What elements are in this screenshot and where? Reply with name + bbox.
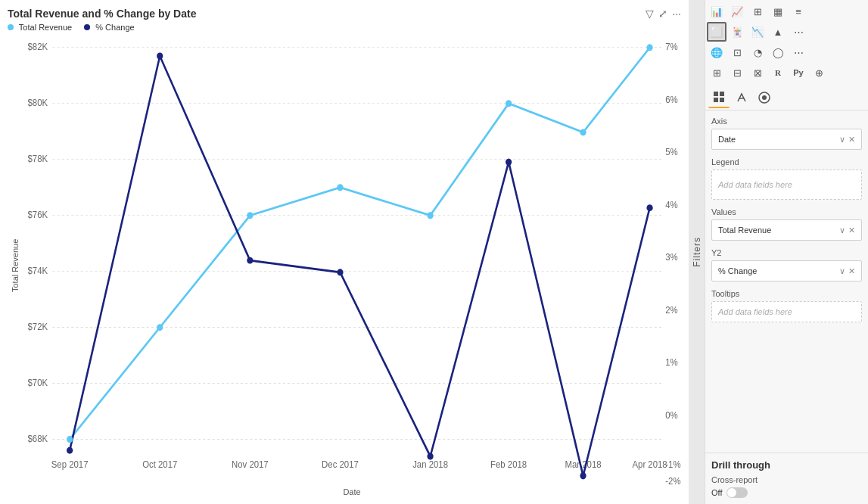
svg-text:$68K: $68K [28, 434, 48, 445]
svg-text:$72K: $72K [28, 322, 48, 333]
svg-text:-1%: -1% [665, 459, 681, 470]
right-panel: Filters 📊 📈 ⊞ ▦ ≡ ⬜ 🃏 📉 ▲ ⋯ 🌐 [689, 0, 868, 504]
chart-panel: Total Revenue and % Change by Date ▽ ⤢ ·… [0, 0, 689, 504]
svg-text:Dec 2017: Dec 2017 [322, 459, 359, 470]
svg-point-38 [427, 212, 433, 219]
svg-text:5%: 5% [665, 147, 678, 158]
values-expand-icon[interactable]: ∨ [839, 226, 845, 235]
filters-label: Filters [692, 237, 702, 267]
y2-expand-icon[interactable]: ∨ [839, 266, 845, 276]
axis-expand-icon[interactable]: ∨ [839, 135, 845, 145]
svg-text:Jan 2018: Jan 2018 [412, 459, 448, 470]
svg-text:$82K: $82K [28, 42, 48, 53]
svg-point-44 [247, 257, 253, 264]
axis-label: Axis [711, 117, 862, 126]
expand-icon[interactable]: ⤢ [658, 8, 667, 20]
viz-matrix-icon[interactable]: ⊞ [707, 63, 726, 82]
svg-rect-51 [720, 92, 724, 96]
viz-more2-icon[interactable]: ⋯ [789, 42, 808, 62]
svg-text:Apr 2018: Apr 2018 [632, 459, 667, 470]
cross-report-toggle[interactable] [726, 487, 748, 498]
y2-section: Y2 % Change ∨ ✕ [711, 248, 862, 282]
svg-point-49 [646, 204, 652, 211]
format-toolbar-btn[interactable] [731, 87, 752, 108]
viz-combo-icon[interactable]: ▲ [768, 22, 788, 42]
viz-card-icon[interactable]: 🃏 [727, 22, 747, 42]
axis-field-drop[interactable]: Date ∨ ✕ [711, 129, 862, 150]
toggle-off-label: Off [711, 488, 722, 497]
axis-remove-icon[interactable]: ✕ [848, 135, 855, 145]
analytics-toolbar-btn[interactable] [754, 87, 775, 108]
viz-table-icon[interactable]: ⊞ [748, 2, 767, 21]
svg-text:$80K: $80K [28, 98, 48, 109]
more-icon[interactable]: ··· [672, 8, 681, 20]
svg-text:-2%: -2% [665, 476, 681, 484]
x-axis-label: Date [23, 484, 681, 496]
svg-text:7%: 7% [665, 42, 678, 53]
viz-scatter-icon[interactable]: ⋯ [789, 22, 808, 42]
chart-inner: $82K $80K $78K $76K $74K $72K $70K $68K … [23, 35, 681, 496]
svg-text:3%: 3% [665, 252, 678, 263]
y2-field-drop[interactable]: % Change ∨ ✕ [711, 260, 862, 282]
svg-point-42 [67, 447, 73, 454]
svg-text:2%: 2% [665, 304, 678, 316]
legend-dot-change [84, 24, 90, 30]
tooltips-field-drop[interactable]: Add data fields here [711, 301, 862, 322]
filter-icon[interactable]: ▽ [646, 8, 654, 20]
svg-text:Oct 2017: Oct 2017 [142, 459, 177, 470]
chart-title: Total Revenue and % Change by Date [8, 8, 196, 20]
svg-text:4%: 4% [665, 199, 678, 210]
svg-text:1%: 1% [665, 357, 678, 369]
legend-field-drop[interactable]: Add data fields here [711, 170, 862, 200]
fields-panel: Axis Date ∨ ✕ Legend Add data fields her… [705, 110, 868, 453]
svg-point-40 [580, 129, 586, 135]
legend-dot-revenue [8, 24, 14, 30]
legend-item-revenue: Total Revenue [8, 23, 72, 32]
svg-point-39 [506, 100, 512, 107]
viz-waterfall-icon[interactable]: ⊠ [748, 63, 767, 82]
values-field-drop[interactable]: Total Revenue ∨ ✕ [711, 219, 862, 241]
viz-area-icon[interactable]: ≡ [789, 2, 808, 21]
values-remove-icon[interactable]: ✕ [848, 226, 855, 235]
viz-python-icon[interactable]: Py [789, 63, 808, 82]
chart-svg-container: $82K $80K $78K $76K $74K $72K $70K $68K … [23, 35, 681, 484]
panel-content: 📊 📈 ⊞ ▦ ≡ ⬜ 🃏 📉 ▲ ⋯ 🌐 ⊡ ◔ ◯ ⋯ [705, 0, 868, 504]
svg-point-43 [157, 53, 163, 60]
viz-line-icon[interactable]: 📉 [748, 22, 767, 42]
svg-rect-53 [720, 98, 724, 102]
svg-text:$76K: $76K [28, 210, 48, 221]
svg-point-37 [337, 184, 343, 191]
viz-bar-icon[interactable]: 📊 [707, 2, 726, 21]
viz-r-icon[interactable]: R [768, 63, 788, 82]
legend-section: Legend Add data fields here [711, 157, 862, 200]
svg-text:Feb 2018: Feb 2018 [490, 459, 527, 470]
svg-point-48 [580, 472, 586, 479]
chart-header: Total Revenue and % Change by Date ▽ ⤢ ·… [8, 8, 681, 20]
fields-toolbar-btn[interactable] [708, 87, 730, 108]
cross-report-label: Cross-report [711, 475, 862, 484]
viz-tree-icon[interactable]: ⊟ [727, 63, 747, 82]
svg-text:$70K: $70K [28, 378, 48, 389]
svg-point-41 [646, 44, 652, 51]
filters-tab[interactable]: Filters [689, 0, 705, 504]
toggle-row: Off [711, 487, 862, 498]
viz-column-icon[interactable]: 📈 [727, 2, 747, 21]
svg-point-35 [157, 324, 163, 331]
svg-text:Nov 2017: Nov 2017 [232, 459, 269, 470]
toolbar-section [705, 84, 868, 110]
svg-point-45 [337, 269, 343, 275]
viz-map-icon[interactable]: ⬜ [707, 22, 726, 42]
svg-point-34 [67, 436, 73, 443]
viz-gauge-icon[interactable]: 🌐 [707, 42, 726, 62]
viz-donut-icon[interactable]: ◯ [768, 42, 788, 62]
viz-pie-icon[interactable]: ◔ [748, 42, 767, 62]
y2-remove-icon[interactable]: ✕ [848, 266, 855, 276]
chart-svg: $82K $80K $78K $76K $74K $72K $70K $68K … [23, 35, 681, 484]
axis-drop-icons: ∨ ✕ [839, 135, 855, 145]
viz-bar2-icon[interactable]: ▦ [768, 2, 788, 21]
viz-custom-icon[interactable]: ⊕ [809, 63, 829, 82]
viz-funnel-icon[interactable]: ⊡ [727, 42, 747, 62]
svg-text:$78K: $78K [28, 154, 48, 165]
drill-section: Drill through Cross-report Off [705, 453, 868, 504]
svg-text:Mar 2018: Mar 2018 [565, 459, 601, 470]
